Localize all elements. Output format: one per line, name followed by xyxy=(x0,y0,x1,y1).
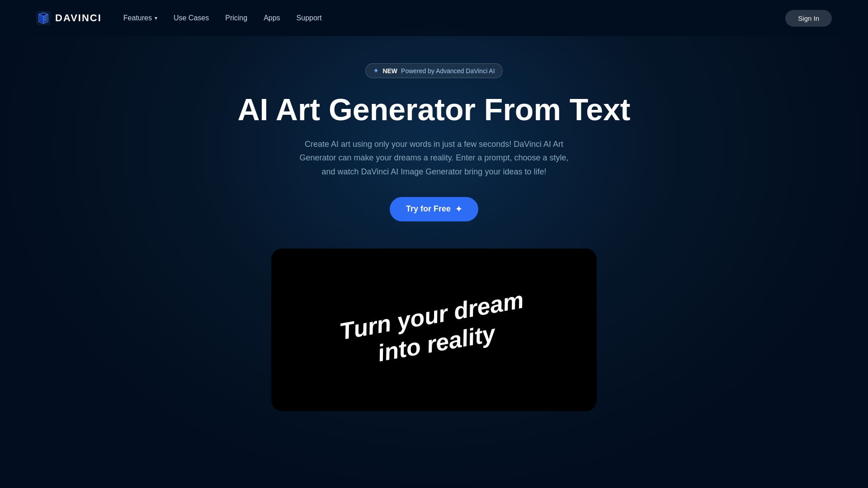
nav-item-support[interactable]: Support xyxy=(297,14,322,22)
demo-card: Turn your dream into reality xyxy=(271,249,597,411)
hero-title: AI Art Generator From Text xyxy=(237,93,630,127)
nav-link-apps[interactable]: Apps xyxy=(264,14,280,22)
try-btn-label: Try for Free xyxy=(406,204,451,214)
sparkle-icon: ✦ xyxy=(373,66,379,75)
nav-link-features[interactable]: Features ▾ xyxy=(123,14,157,22)
try-for-free-button[interactable]: Try for Free ✦ xyxy=(390,197,478,221)
logo-icon xyxy=(36,11,51,25)
navbar: DAVINCI Features ▾ Use Cases Pricing App… xyxy=(0,0,868,36)
nav-item-features[interactable]: Features ▾ xyxy=(123,14,157,22)
logo-link[interactable]: DAVINCI xyxy=(36,11,102,25)
nav-link-pricing[interactable]: Pricing xyxy=(225,14,247,22)
hero-section: ✦ NEW Powered by Advanced DaVinci AI AI … xyxy=(0,36,868,411)
nav-item-usecases[interactable]: Use Cases xyxy=(174,14,209,22)
badge: ✦ NEW Powered by Advanced DaVinci AI xyxy=(365,63,502,78)
nav-left: DAVINCI Features ▾ Use Cases Pricing App… xyxy=(36,11,322,25)
sign-in-button[interactable]: Sign In xyxy=(785,10,832,27)
badge-new-label: NEW xyxy=(382,67,397,75)
nav-links: Features ▾ Use Cases Pricing Apps Suppor… xyxy=(123,14,322,22)
nav-item-apps[interactable]: Apps xyxy=(264,14,280,22)
demo-text: Turn your dream into reality xyxy=(337,286,531,373)
nav-item-pricing[interactable]: Pricing xyxy=(225,14,247,22)
sparkle-btn-icon: ✦ xyxy=(455,204,462,214)
hero-subtitle: Create AI art using only your words in j… xyxy=(294,137,574,179)
nav-link-support[interactable]: Support xyxy=(297,14,322,22)
brand-name: DAVINCI xyxy=(55,12,102,24)
chevron-down-icon: ▾ xyxy=(155,15,157,21)
nav-link-usecases[interactable]: Use Cases xyxy=(174,14,209,22)
badge-text: Powered by Advanced DaVinci AI xyxy=(401,67,495,75)
